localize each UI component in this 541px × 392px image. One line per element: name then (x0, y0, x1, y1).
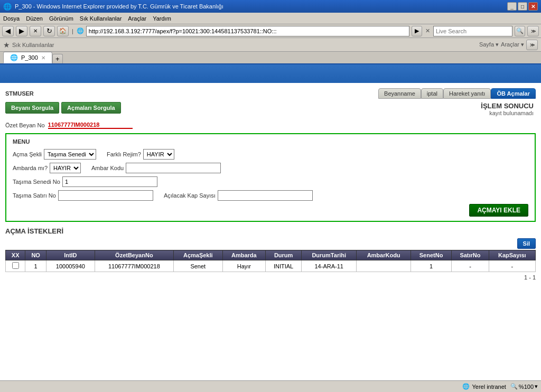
cell-senet-no: 1 (411, 260, 452, 272)
col-ozet-beyan: ÖzetBeyanNo (95, 250, 173, 260)
islem-message: kayıt bulunamadı (481, 110, 534, 116)
favorites-star[interactable]: ★ (3, 41, 10, 49)
sil-button[interactable]: Sil (517, 238, 536, 249)
row-checkbox[interactable] (12, 262, 19, 269)
form-row-2: Ambarda mı? HAYIR EVET Ambar Kodu (13, 163, 528, 173)
col-ambarda: Ambarda (222, 250, 266, 260)
tasima-satiri-no-input[interactable] (58, 190, 153, 201)
stop-button[interactable]: ✕ (30, 26, 41, 36)
ambarda-mi-select[interactable]: HAYIR EVET (50, 163, 81, 173)
back-button[interactable]: ◀ (2, 26, 14, 36)
menu-section: MENU Açma Şekli Taşıma Senedi Kalem Fark… (5, 133, 536, 222)
col-xx: XX (6, 250, 25, 260)
forward-button[interactable]: ▶ (16, 26, 27, 36)
cell-intid: 100005940 (46, 260, 95, 272)
zone-icon: 🌐 (462, 383, 470, 390)
beyani-sorgula-button[interactable]: Beyanı Sorgula (5, 102, 59, 114)
status-bar: 🌐 Yerel intranet 🔍 %100 ▾ (0, 380, 541, 392)
ozet-beyan-input[interactable] (48, 122, 133, 129)
ozet-label: Özet Beyan No (5, 122, 45, 128)
page-content: STMUSER Beyanname iptal Hareket yanıtı Ö… (0, 84, 541, 375)
acilacak-kap-sayisi-label: Açılacak Kap Sayısı (164, 192, 216, 199)
title-bar: 🌐 P_300 - Windows Internet Explorer prov… (0, 0, 541, 13)
zoom-dropdown[interactable]: ▾ (535, 383, 538, 390)
farkli-rejim-select[interactable]: HAYIR EVET (143, 149, 174, 160)
tools-btn[interactable]: Sayfa ▾ (479, 41, 499, 48)
menu-bar: Dosya Düzen Görünüm Sık Kullanılanlar Ar… (0, 13, 541, 24)
favorites-label[interactable]: Sık Kullanılanlar (12, 42, 54, 48)
menu-duzen[interactable]: Düzen (26, 15, 43, 22)
farkli-rejim-label: Farklı Rejim? (107, 151, 141, 157)
farkli-rejim-field: Farklı Rejim? HAYIR EVET (107, 149, 174, 160)
home-button[interactable]: 🏠 (57, 26, 69, 36)
search-input[interactable] (433, 26, 512, 36)
tasima-senedi-no-label: Taşıma Senedi No (13, 179, 60, 185)
nav-tabs: Beyanname iptal Hareket yanıtı ÖB Açmala… (378, 88, 536, 99)
search-go-button[interactable]: 🔍 (515, 26, 525, 36)
ambar-kodu-field: Ambar Kodu (91, 163, 221, 173)
islem-sonucu: İŞLEM SONUCU kayıt bulunamadı (481, 102, 534, 116)
cell-durum-tarihi: 14-ARA-11 (301, 260, 356, 272)
pagination: 1 - 1 (5, 274, 536, 281)
maximize-button[interactable]: □ (518, 2, 527, 11)
tasima-senedi-no-input[interactable] (62, 176, 157, 187)
tab-bar: 🌐 P_300 ✕ + (0, 52, 541, 64)
form-row-3: Taşıma Senedi No (13, 176, 528, 187)
form-row-4: Taşıma Satırı No Açılacak Kap Sayısı (13, 190, 528, 201)
user-tabs-row: STMUSER Beyanname iptal Hareket yanıtı Ö… (5, 88, 536, 99)
form-row-1: Açma Şekli Taşıma Senedi Kalem Farklı Re… (13, 149, 528, 160)
col-durum-tarihi: DurumTarihi (301, 250, 356, 260)
ambarda-mi-label: Ambarda mı? (13, 165, 48, 171)
acma-sekli-field: Açma Şekli Taşıma Senedi Kalem (13, 149, 96, 160)
tab-ob-acmalar[interactable]: ÖB Açmalar (491, 88, 536, 99)
page-banner (0, 64, 541, 83)
menu-yardim[interactable]: Yardım (153, 15, 171, 22)
acilacak-kap-sayisi-input[interactable] (218, 190, 313, 201)
cell-ozet-beyan: 11067777IM000218 (95, 260, 173, 272)
menu-title: MENU (13, 138, 528, 145)
tab-p300[interactable]: 🌐 P_300 ✕ (3, 52, 52, 63)
cell-durum: INITIAL (266, 260, 302, 272)
go-button[interactable]: ▶ (412, 26, 422, 36)
col-acma-sekli: AçmaŞekli (174, 250, 222, 260)
address-input[interactable] (86, 26, 409, 36)
sil-row: Sil (5, 238, 536, 249)
cell-xx[interactable] (6, 260, 25, 272)
bookmarks-expand[interactable]: ≫ (526, 40, 538, 50)
cell-acma-sekli: Senet (174, 260, 222, 272)
status-zone: 🌐 Yerel intranet (462, 383, 506, 390)
page-btn[interactable]: Araçlar ▾ (501, 41, 524, 48)
tab-beyanname[interactable]: Beyanname (378, 88, 421, 99)
refresh-button[interactable]: ↻ (43, 26, 55, 36)
col-kap-sayisi: KapSayısı (489, 250, 535, 260)
new-tab-button[interactable]: + (52, 54, 63, 63)
user-label: STMUSER (5, 90, 34, 97)
tab-hareket[interactable]: Hareket yanıtı (443, 88, 491, 99)
zone-label: Yerel intranet (472, 384, 506, 390)
menu-sik[interactable]: Sık Kullanılanlar (80, 15, 122, 22)
close-button[interactable]: ✕ (528, 2, 538, 11)
ambar-kodu-input[interactable] (126, 163, 221, 173)
menu-araclar[interactable]: Araçlar (128, 15, 146, 22)
minimize-button[interactable]: _ (507, 2, 517, 11)
toolbar-expand[interactable]: ≫ (527, 26, 539, 36)
acma-istekleri-section: AÇMA İSTEKLERİ Sil XX NO IntID ÖzetBeyan… (5, 227, 536, 281)
zoom-level: %100 (519, 384, 534, 390)
acma-section-title: AÇMA İSTEKLERİ (5, 227, 536, 235)
acma-table: XX NO IntID ÖzetBeyanNo AçmaŞekli Ambard… (5, 250, 536, 272)
menu-dosya[interactable]: Dosya (3, 15, 20, 22)
col-satir-no: SatırNo (452, 250, 489, 260)
tab-close[interactable]: ✕ (41, 55, 45, 61)
menu-gorunum[interactable]: Görünüm (49, 15, 73, 22)
acmayi-ekle-button[interactable]: AÇMAYI EKLE (469, 204, 528, 217)
acma-sekli-label: Açma Şekli (13, 151, 42, 157)
cell-kap-sayisi: - (489, 260, 535, 272)
cell-satir-no: - (452, 260, 489, 272)
acma-sekli-select[interactable]: Taşıma Senedi Kalem (44, 149, 96, 160)
content-area: STMUSER Beyanname iptal Hareket yanıtı Ö… (0, 64, 541, 392)
tab-iptal[interactable]: iptal (421, 88, 443, 99)
cell-ambar-kodu (357, 260, 411, 272)
col-intid: IntID (46, 250, 95, 260)
acmalari-sorgula-button[interactable]: Açmaları Sorgula (61, 102, 120, 114)
cell-ambarda: Hayır (222, 260, 266, 272)
